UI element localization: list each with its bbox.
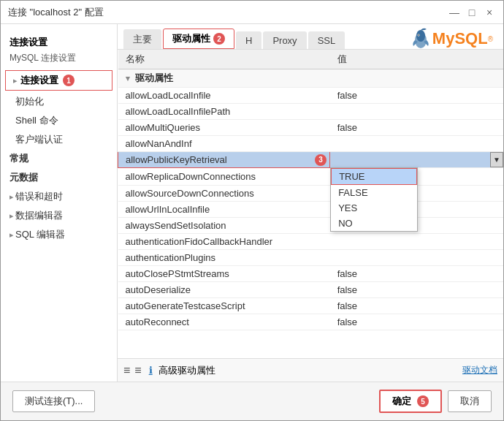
advanced-props-label[interactable]: 高级驱动属性 [159, 364, 215, 377]
mysql-dolphin-icon [411, 27, 431, 50]
sidebar: 连接设置 MySQL 连接设置 ▸ 连接设置 1 初始化 Shell 命令 客户… [1, 24, 118, 382]
prop-name: allowSourceDownConnections [118, 186, 330, 202]
prop-value[interactable] [330, 234, 503, 250]
prop-value[interactable]: false [330, 88, 503, 104]
window-controls: — □ × [448, 6, 496, 19]
sidebar-item-data-editor[interactable]: ▸ 数据编辑器 [1, 206, 117, 225]
sidebar-item-client-auth[interactable]: 客户端认证 [1, 130, 117, 149]
mysql-logo-text: MySQL [432, 29, 488, 48]
prop-value[interactable]: false [330, 298, 503, 314]
table-row[interactable]: autoGenerateTestcaseScript false [118, 298, 504, 314]
prop-name: authenticationPlugins [118, 250, 330, 266]
table-row[interactable]: authenticationFidoCallbackHandler [118, 234, 504, 250]
table-row[interactable]: allowMultiQueries false [118, 120, 504, 136]
mysql-logo-trademark: ® [488, 35, 493, 43]
tab-main[interactable]: 主要 [123, 29, 161, 49]
dropdown-option-false[interactable]: FALSE [331, 185, 417, 200]
prop-name: allowLoadLocalInfile [118, 88, 330, 104]
sidebar-badge-1: 1 [63, 75, 75, 86]
col-header-name: 名称 [118, 50, 330, 69]
table-row[interactable]: autoClosePStmtStreams false [118, 266, 504, 282]
sidebar-item-general[interactable]: 常规 [1, 149, 117, 168]
dropdown-arrow-button[interactable]: ▼ [490, 152, 503, 167]
table-row[interactable]: allowReplicaDownConnections [118, 168, 504, 186]
sidebar-item-sql-editor[interactable]: ▸ SQL 编辑器 [1, 225, 117, 244]
confirm-button[interactable]: 确定 5 [379, 390, 442, 413]
table-row[interactable]: alwaysSendSetIsolation true [118, 218, 504, 234]
tab-ssh[interactable]: H [236, 31, 261, 49]
minimize-button[interactable]: — [448, 6, 461, 19]
expand-icon-error: ▸ [9, 192, 14, 202]
footer-icons: ≡ ≡ ℹ 高级驱动属性 [123, 364, 215, 377]
properties-table: 名称 值 ▾ 驱动属性 [118, 50, 503, 330]
filter-icon[interactable]: ≡ [134, 364, 141, 377]
bottom-bar: 测试连接(T)... 确定 5 取消 [1, 382, 503, 420]
table-row[interactable]: authenticationPlugins [118, 250, 504, 266]
prop-value-dropdown[interactable]: ▼ TRUE FALSE YES NO [330, 152, 503, 168]
prop-name: autoDeserialize [118, 282, 330, 298]
table-row[interactable]: autoDeserialize false [118, 282, 504, 298]
tab-ssl[interactable]: SSL [308, 31, 345, 49]
prop-value[interactable]: false [330, 266, 503, 282]
prop-name: allowUrlInLocalInfile [118, 202, 330, 218]
table-row[interactable]: allowUrlInLocalInfile [118, 202, 504, 218]
prop-name: autoClosePStmtStreams [118, 266, 330, 282]
test-connection-button[interactable]: 测试连接(T)... [12, 390, 95, 412]
confirm-cancel-group: 确定 5 取消 [379, 390, 492, 413]
dropdown-option-no[interactable]: NO [331, 216, 417, 231]
title-bar: 连接 "localhost 2" 配置 — □ × [1, 1, 503, 24]
dropdown-popup: TRUE FALSE YES NO [330, 167, 418, 232]
prop-name: allowReplicaDownConnections [118, 168, 330, 186]
table-header-row: 名称 值 [118, 50, 504, 69]
maximize-button[interactable]: □ [465, 6, 478, 19]
prop-value[interactable] [330, 104, 503, 120]
prop-name: authenticationFidoCallbackHandler [118, 234, 330, 250]
table-row[interactable]: allowSourceDownConnections [118, 186, 504, 202]
cancel-button[interactable]: 取消 [448, 390, 492, 412]
sidebar-item-init[interactable]: 初始化 [1, 92, 117, 111]
sidebar-item-connection-settings[interactable]: ▸ 连接设置 1 [5, 70, 112, 91]
tab-proxy[interactable]: Proxy [263, 31, 306, 49]
section-label: ▾ 驱动属性 [118, 69, 504, 88]
col-header-value: 值 [330, 50, 503, 69]
close-button[interactable]: × [483, 6, 496, 19]
prop-value[interactable]: false [330, 314, 503, 330]
table-footer: ≡ ≡ ℹ 高级驱动属性 驱动文档 [118, 358, 503, 382]
prop-name: alwaysSendSetIsolation [118, 218, 330, 234]
sort-icon[interactable]: ≡ [123, 364, 130, 377]
section-expand-icon: ▾ [126, 74, 130, 83]
table-row[interactable]: autoReconnect false [118, 314, 504, 330]
sidebar-item-error-timeout[interactable]: ▸ 错误和超时 [1, 187, 117, 206]
main-window: 连接 "localhost 2" 配置 — □ × MySQL [0, 0, 504, 421]
dropdown-option-true[interactable]: TRUE [331, 168, 417, 185]
prop-name: allowLoadLocalInfilePath [118, 104, 330, 120]
expand-icon-sql: ▸ [9, 230, 14, 240]
expand-arrow-icon: ▸ [13, 76, 18, 86]
svg-point-1 [416, 30, 425, 42]
row-badge-3: 3 [315, 154, 327, 166]
table-row[interactable]: allowNanAndInf [118, 136, 504, 152]
prop-value[interactable] [330, 250, 503, 266]
tab-driver-props[interactable]: 驱动属性 2 [163, 29, 234, 49]
table-row-selected[interactable]: allowPublicKeyRetrieval 3 ▼ TRUE [118, 152, 504, 168]
table-row[interactable]: allowLoadLocalInfile false [118, 88, 504, 104]
sidebar-sub-header: MySQL 连接设置 [1, 50, 117, 69]
properties-table-area: 名称 值 ▾ 驱动属性 [118, 50, 503, 358]
tab-driver-badge: 2 [213, 33, 225, 45]
dropdown-option-yes[interactable]: YES [331, 200, 417, 216]
window-title: 连接 "localhost 2" 配置 [8, 6, 104, 19]
footer-info-icon[interactable]: ℹ [149, 365, 153, 376]
expand-icon-data: ▸ [9, 211, 14, 221]
prop-name: allowMultiQueries [118, 120, 330, 136]
section-driver-props: ▾ 驱动属性 [118, 69, 504, 88]
sidebar-item-shell[interactable]: Shell 命令 [1, 111, 117, 130]
mysql-logo-area: MySQL ® [411, 27, 493, 50]
prop-name: autoGenerateTestcaseScript [118, 298, 330, 314]
prop-value[interactable]: false [330, 120, 503, 136]
prop-value[interactable]: false [330, 282, 503, 298]
prop-value[interactable] [330, 136, 503, 152]
confirm-badge-5: 5 [417, 395, 429, 407]
doc-link[interactable]: 驱动文档 [462, 364, 497, 376]
sidebar-item-metadata[interactable]: 元数据 [1, 168, 117, 187]
table-row[interactable]: allowLoadLocalInfilePath [118, 104, 504, 120]
